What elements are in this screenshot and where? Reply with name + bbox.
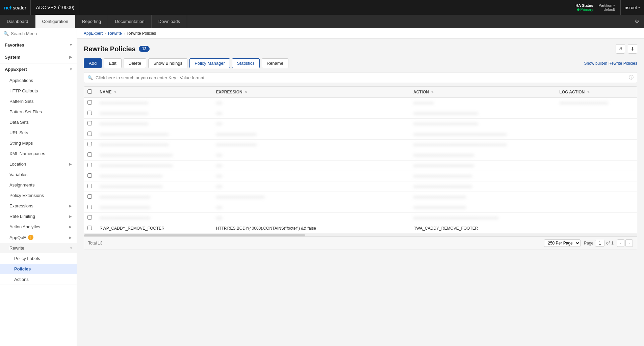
row-checkbox[interactable] [87,173,92,178]
cell-log-action [556,140,637,150]
select-all-checkbox[interactable] [87,89,92,94]
show-builtin-link[interactable]: Show built-in Rewrite Policies [584,61,637,66]
sidebar-item-policy-extensions[interactable]: Policy Extensions [0,190,77,201]
log-action-sort-icon[interactable]: ⇅ [587,91,590,94]
sidebar-item-data-sets[interactable]: Data Sets [0,117,77,127]
sidebar-item-pattern-sets[interactable]: Pattern Sets [0,96,77,107]
cell-action: xxxxxxxxxxxxxxxxxxxxxxxxxx [410,192,556,202]
cell-action: xxxxxxxxxxxxxxxxxxxxxxxxxxxxxxxx [410,119,556,129]
next-page-button[interactable]: › [625,239,633,247]
logo[interactable]: net·scaler [4,5,26,10]
partition-selector[interactable]: Partition ▾ default [599,3,615,11]
sidebar-item-pattern-set-files[interactable]: Pattern Set Files [0,107,77,117]
breadcrumb-appexpert[interactable]: AppExpert [84,31,103,36]
sidebar-section-appexpert-header[interactable]: AppExpert ▾ [0,63,77,75]
breadcrumb-sep2: › [124,31,125,36]
cell-action: xxxxxxxxxxxxxxxxxxxxxxxxxxxxxxxxxxxxxxxx… [410,140,556,150]
cell-expression: xxx [213,202,410,213]
table-row: xxxxxxxxxxxxxxxxxxxxxxxx xxx xxxxxxxxxxx… [84,119,637,129]
sidebar-item-location[interactable]: Location ▶ [0,159,77,169]
cell-log-action [556,171,637,181]
row-checkbox[interactable] [87,132,92,136]
tab-reporting[interactable]: Reporting [75,15,108,28]
col-expression: EXPRESSION ⇅ [213,87,410,98]
row-checkbox[interactable] [87,142,92,146]
tab-documentation[interactable]: Documentation [108,15,151,28]
ha-status-value: Primary [577,7,593,11]
row-checkbox[interactable] [87,205,92,209]
tab-dashboard[interactable]: Dashboard [0,15,35,28]
tab-configuration[interactable]: Configuration [35,15,75,28]
add-button[interactable]: Add [84,58,102,68]
cell-action: xxxxxxxxxxxxxxxxxxxxxxxxxx [410,202,556,213]
sidebar-item-string-maps[interactable]: String Maps [0,138,77,148]
table-search-info-icon[interactable]: ⓘ [629,75,634,81]
per-page-select[interactable]: 250 Per Page [544,239,581,247]
row-checkbox[interactable] [87,100,92,105]
page-input[interactable] [595,240,604,247]
row-checkbox[interactable] [87,121,92,125]
prev-page-button[interactable]: ‹ [617,239,624,247]
cell-action: xxxxxxxxxxxxxxxxxxxxxxxxxxxxxxxxxxxxxxxx… [410,129,556,140]
sidebar-item-rewrite[interactable]: Rewrite ▾ [0,243,77,253]
sidebar-item-action-analytics[interactable]: Action Analytics ▶ [0,222,77,232]
favorites-caret-icon: ▾ [70,43,72,47]
cell-action: xxxxxxxxxxxxxxxxxxxxxxxxxxxxx [410,181,556,192]
refresh-icon[interactable]: ↺ [616,44,625,54]
deploy-icon[interactable]: ⬇ [628,44,637,54]
row-checkbox[interactable] [87,194,92,199]
cell-action: xxxxxxxxxxxxxxxxxxxxxxxxxxxxxxxxxxxxxxxx… [410,213,556,223]
sidebar-item-rate-limiting[interactable]: Rate Limiting ▶ [0,211,77,222]
sidebar-subitem-policies[interactable]: Policies [0,264,77,274]
row-checkbox[interactable] [87,111,92,115]
table-search-bar: 🔍 ⓘ [84,72,637,83]
row-checkbox[interactable] [87,163,92,167]
sidebar-item-appqoe[interactable]: AppQoE ! ▶ [0,232,77,243]
cell-expression: xxxxxxxxxxxxxxxxxxxxxxxx [213,192,410,202]
cell-log-action [556,181,637,192]
sidebar-section-system-header[interactable]: System ▶ [0,51,77,63]
table-row: RWP_CADDY_REMOVE_FOOTER HTTP.RES.BODY(40… [84,223,637,234]
cell-log-action: xxxxxxxxxxxxxxxxxxxxxxxx [556,98,637,108]
sidebar-item-expressions[interactable]: Expressions ▶ [0,201,77,211]
user-caret-icon: ▾ [638,6,640,9]
sidebar-item-xml-namespaces[interactable]: XML Namespaces [0,148,77,159]
sidebar-section-favorites-header[interactable]: Favorites ▾ [0,39,77,51]
page-header: Rewrite Policies 13 ↺ ⬇ [84,44,637,54]
row-checkbox[interactable] [87,226,92,230]
expression-sort-icon[interactable]: ⇅ [245,91,247,94]
sidebar-item-assignments[interactable]: Assignments [0,180,77,190]
cell-action: xxxxxxxxxxxxxxxxxxxxxxxxxxxxxxxx [410,108,556,119]
rename-button[interactable]: Rename [262,58,288,68]
table-scrollbar[interactable] [84,234,637,236]
row-checkbox[interactable] [87,215,92,220]
sidebar-item-url-sets[interactable]: URL Sets [0,127,77,138]
user-menu[interactable]: nsroot ▾ [620,0,640,15]
row-checkbox[interactable] [87,184,92,188]
statistics-button[interactable]: Statistics [232,58,260,68]
policy-manager-button[interactable]: Policy Manager [189,58,230,68]
system-caret-icon: ▶ [69,55,72,59]
sidebar-subitem-policy-labels[interactable]: Policy Labels [0,253,77,264]
action-sort-icon[interactable]: ⇅ [431,91,434,94]
rate-limiting-caret-icon: ▶ [69,214,72,218]
ha-status-label: HA Status [575,3,593,7]
cell-name: xxxxxxxxxxxxxxxxxxxxxxxx [96,119,213,129]
edit-button[interactable]: Edit [104,58,121,68]
sidebar-item-applications[interactable]: Applications [0,75,77,86]
sidebar-item-http-callouts[interactable]: HTTP Callouts [0,86,77,96]
sidebar-item-variables[interactable]: Variables [0,169,77,180]
breadcrumb-rewrite[interactable]: Rewrite [108,31,122,36]
delete-button[interactable]: Delete [124,58,147,68]
sidebar-search-input[interactable] [11,31,73,36]
cell-expression: xxx [213,108,410,119]
tab-downloads[interactable]: Downloads [152,15,187,28]
sidebar-subitem-actions[interactable]: Actions [0,274,77,285]
show-bindings-button[interactable]: Show Bindings [148,58,187,68]
row-checkbox[interactable] [87,152,92,157]
name-sort-icon[interactable]: ⇅ [114,91,117,94]
settings-icon[interactable]: ⚙ [635,19,639,24]
user-name: nsroot [625,5,637,10]
cell-name: xxxxxxxxxxxxxxxxxxxxxxxxxxxxxxxxxxxx [96,161,213,171]
table-search-input[interactable] [96,75,626,80]
